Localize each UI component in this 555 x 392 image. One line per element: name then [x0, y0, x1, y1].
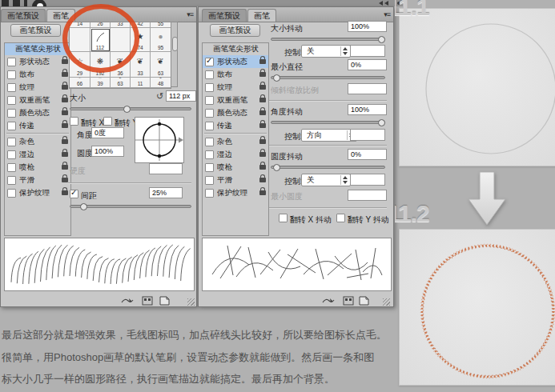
- brush-cell[interactable]: 14: [70, 22, 90, 28]
- brush-cell-selected-112[interactable]: 112: [90, 28, 111, 52]
- checkbox[interactable]: [205, 83, 214, 92]
- tab-brush[interactable]: 画笔: [247, 9, 276, 22]
- angle-jitter-value-box[interactable]: 100%: [348, 104, 387, 115]
- tab-brush-presets[interactable]: 画笔预设: [202, 9, 247, 22]
- tab-brush[interactable]: 画笔: [46, 9, 75, 22]
- flip-x-jitter-checkbox[interactable]: 翻转 X 抖动: [279, 214, 332, 226]
- checkbox[interactable]: [205, 176, 214, 185]
- lock-icon[interactable]: [259, 59, 266, 64]
- sidebar-item-noise[interactable]: 杂色: [5, 135, 70, 148]
- checkbox[interactable]: [205, 109, 214, 118]
- collapse-panel-icon[interactable]: [379, 1, 388, 6]
- reset-icon[interactable]: ↺: [156, 91, 163, 102]
- sidebar-item-protect-texture[interactable]: 保护纹理: [203, 186, 268, 199]
- brush-cell[interactable]: [70, 28, 90, 52]
- sidebar-item-shape-dynamics[interactable]: 形状动态: [203, 55, 268, 68]
- checkbox[interactable]: [205, 122, 214, 130]
- lock-icon[interactable]: [62, 110, 68, 115]
- lock-icon[interactable]: [62, 152, 68, 157]
- size-control-dropdown[interactable]: 关: [301, 45, 351, 58]
- lock-icon[interactable]: [259, 152, 266, 157]
- scrollbar-thumb[interactable]: [172, 37, 178, 51]
- checkbox[interactable]: [205, 163, 214, 172]
- sidebar-item-transfer[interactable]: 传递: [203, 119, 268, 132]
- brush-angle-control[interactable]: [135, 117, 184, 163]
- sidebar-item-airbrush[interactable]: 喷枪: [5, 161, 70, 174]
- open-preset-manager-icon[interactable]: [343, 294, 356, 305]
- panel-menu-icon[interactable]: ▾≡: [187, 10, 193, 18]
- checkbox[interactable]: [7, 122, 16, 130]
- size-jitter-value-box[interactable]: 100%: [348, 21, 387, 32]
- brush-presets-button[interactable]: 画笔预设: [10, 24, 61, 37]
- checkbox[interactable]: [205, 138, 214, 146]
- brush-cell[interactable]: ✻66: [70, 78, 90, 88]
- lock-icon[interactable]: [62, 98, 68, 102]
- brush-cell[interactable]: 55: [151, 22, 171, 28]
- spacing-value-box[interactable]: 25%: [149, 187, 183, 198]
- sidebar-item-smoothing[interactable]: 平滑: [203, 174, 268, 186]
- lock-icon[interactable]: [259, 123, 266, 128]
- checkbox[interactable]: [7, 176, 16, 185]
- sidebar-item-texture[interactable]: 纹理: [5, 81, 70, 94]
- new-brush-icon[interactable]: [359, 294, 372, 305]
- grid-scrollbar[interactable]: [171, 22, 178, 87]
- sidebar-item-brush-tip-shape[interactable]: 画笔笔尖形状: [5, 43, 70, 55]
- checkbox[interactable]: [205, 58, 214, 66]
- size-slider[interactable]: [70, 107, 191, 110]
- checkbox[interactable]: [7, 150, 16, 159]
- sidebar-item-scattering[interactable]: 散布: [203, 68, 268, 81]
- size-jitter-slider[interactable]: [271, 38, 385, 41]
- roundness-jitter-value-box[interactable]: 0%: [348, 149, 387, 160]
- min-diameter-slider[interactable]: [271, 76, 385, 79]
- lock-icon[interactable]: [259, 139, 266, 144]
- lock-icon[interactable]: [259, 165, 266, 170]
- lock-icon[interactable]: [259, 85, 266, 90]
- slider-thumb[interactable]: [123, 106, 131, 113]
- panel-menu-icon[interactable]: ▾≡: [384, 10, 390, 18]
- slider-thumb[interactable]: [273, 164, 280, 171]
- brush-cell[interactable]: [111, 28, 131, 52]
- lock-icon[interactable]: [259, 178, 266, 182]
- slider-thumb[interactable]: [378, 119, 385, 126]
- lock-icon[interactable]: [259, 72, 266, 77]
- sidebar-item-smoothing[interactable]: 平滑: [5, 174, 70, 186]
- lock-icon[interactable]: [62, 72, 68, 77]
- spacing-checkbox[interactable]: 间距: [70, 190, 97, 202]
- checkbox[interactable]: [7, 189, 16, 198]
- roundness-jitter-slider[interactable]: [271, 166, 385, 169]
- checkbox[interactable]: [7, 109, 16, 118]
- brush-cell[interactable]: ❦63: [151, 52, 171, 78]
- brush-cell[interactable]: ★74: [131, 28, 151, 52]
- angle-control-dropdown[interactable]: 方向: [301, 129, 357, 142]
- brush-cell[interactable]: ●95: [151, 28, 171, 52]
- size-value-box[interactable]: 112 px: [166, 90, 196, 102]
- checkbox[interactable]: [7, 58, 16, 66]
- sidebar-item-color-dynamics[interactable]: 颜色动态: [203, 106, 268, 119]
- slider-thumb[interactable]: [273, 74, 280, 82]
- sidebar-item-noise[interactable]: 杂色: [203, 135, 268, 148]
- sidebar-item-airbrush[interactable]: 喷枪: [203, 161, 268, 174]
- brush-cell[interactable]: 33: [111, 22, 131, 28]
- brush-cell[interactable]: 42: [131, 22, 151, 28]
- sidebar-item-color-dynamics[interactable]: 颜色动态: [5, 106, 70, 119]
- tab-brush-presets[interactable]: 画笔预设: [1, 9, 46, 22]
- lock-icon[interactable]: [62, 85, 68, 90]
- checkbox[interactable]: [205, 96, 214, 105]
- slider-thumb[interactable]: [378, 36, 385, 43]
- slider-thumb[interactable]: [80, 203, 87, 210]
- lock-icon[interactable]: [62, 59, 68, 64]
- brush-cell[interactable]: -11: [131, 78, 151, 88]
- flip-y-jitter-checkbox[interactable]: 翻转 Y 抖动: [336, 214, 389, 226]
- brush-cell[interactable]: ✳39: [90, 78, 111, 88]
- checkbox[interactable]: [7, 163, 16, 172]
- roundness-control-dropdown[interactable]: 关: [301, 174, 351, 186]
- brush-cell[interactable]: ☆29: [70, 52, 90, 78]
- sidebar-item-texture[interactable]: 纹理: [203, 81, 268, 94]
- lock-icon[interactable]: [62, 123, 68, 128]
- sidebar-item-transfer[interactable]: 传递: [5, 119, 70, 132]
- roundness-value-box[interactable]: 100%: [91, 146, 124, 157]
- sidebar-item-brush-tip-shape[interactable]: 画笔笔尖形状: [203, 43, 268, 55]
- spacing-slider[interactable]: [70, 205, 191, 208]
- checkbox[interactable]: [7, 83, 16, 92]
- sidebar-item-dual-brush[interactable]: 双重画笔: [203, 94, 268, 106]
